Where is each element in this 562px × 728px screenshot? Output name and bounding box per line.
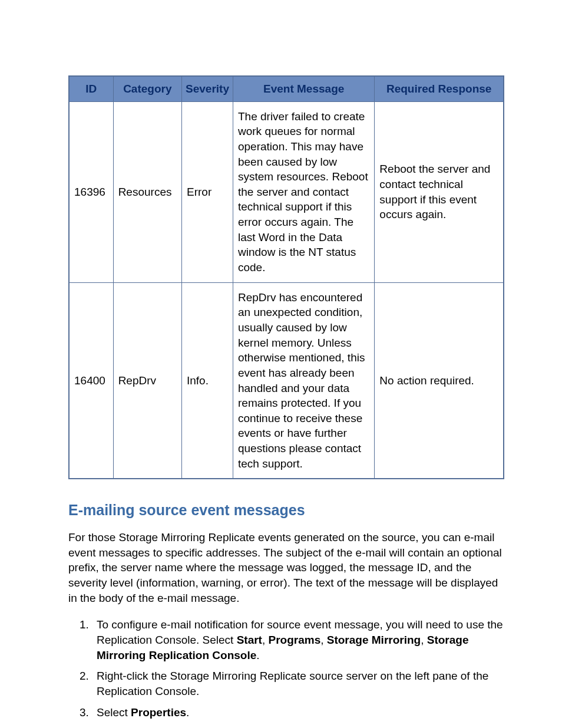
events-table: ID Category Severity Event Message Requi…	[68, 75, 504, 479]
table-header-row: ID Category Severity Event Message Requi…	[69, 76, 504, 101]
sep: ,	[320, 634, 327, 646]
step-3: Select Properties.	[92, 705, 504, 720]
col-severity: Severity	[182, 76, 233, 101]
col-event-message: Event Message	[233, 76, 374, 101]
step-3-pre: Select	[97, 706, 131, 719]
menu-storage-mirroring: Storage Mirroring	[327, 634, 421, 646]
col-category: Category	[113, 76, 181, 101]
table-row: 16400 RepDrv Info. RepDrv has encountere…	[69, 282, 504, 479]
step-4: Select the E-mail Notification tab.	[92, 726, 504, 728]
table-row: 16396 Resources Error The driver failed …	[69, 101, 504, 282]
cell-severity: Info.	[182, 282, 233, 479]
cell-category: RepDrv	[113, 282, 181, 479]
menu-start: Start	[237, 634, 262, 646]
cell-message: The driver failed to create work queues …	[233, 101, 374, 282]
steps-list: To configure e-mail notification for sou…	[68, 617, 504, 728]
menu-programs: Programs	[269, 634, 321, 646]
menu-properties: Properties	[131, 706, 186, 719]
intro-paragraph: For those Storage Mirroring Replicate ev…	[68, 530, 504, 605]
step-2: Right-click the Storage Mirroring Replic…	[92, 668, 504, 699]
section-heading: E-mailing source event messages	[68, 500, 504, 521]
cell-id: 16396	[69, 101, 113, 282]
cell-response: No action required.	[375, 282, 504, 479]
cell-category: Resources	[113, 101, 181, 282]
sep: ,	[262, 634, 269, 646]
col-required-response: Required Response	[375, 76, 504, 101]
col-id: ID	[69, 76, 113, 101]
cell-id: 16400	[69, 282, 113, 479]
step-3-post: .	[186, 706, 189, 719]
step-1-post: .	[256, 649, 259, 661]
cell-severity: Error	[182, 101, 233, 282]
cell-response: Reboot the server and contact technical …	[375, 101, 504, 282]
step-1: To configure e-mail notification for sou…	[92, 617, 504, 663]
sep: ,	[421, 634, 427, 646]
cell-message: RepDrv has encountered an unexpected con…	[233, 282, 374, 479]
